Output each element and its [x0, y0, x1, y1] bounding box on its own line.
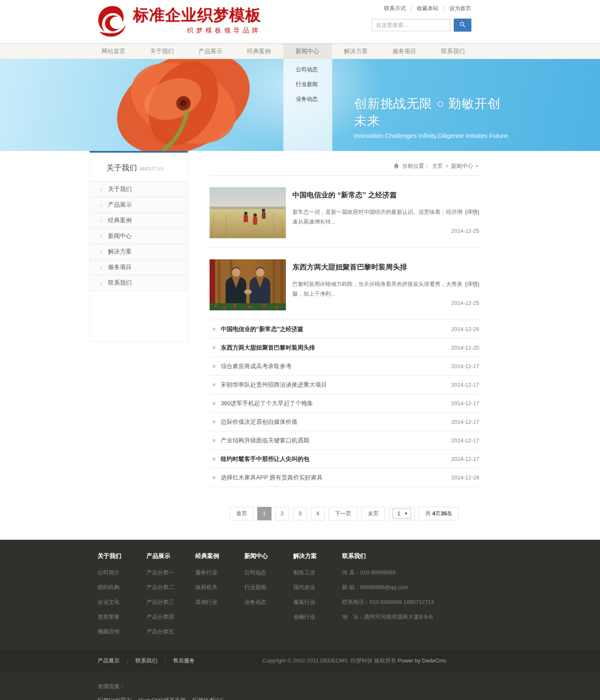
footer-link[interactable]: 产品分类三 [147, 598, 196, 606]
friend-link[interactable]: 织梦技术论坛 [192, 697, 225, 700]
footer-column-title: 联系我们 [342, 552, 511, 560]
sidebar-item[interactable]: › 新闻中心 [90, 229, 188, 244]
bullet-icon [213, 439, 215, 442]
news-link[interactable]: 宋朝华率队赴贵州招商洽谈推进重大项目 [221, 381, 327, 389]
nav-item[interactable]: 新闻中心 [283, 44, 332, 59]
sidebar-item[interactable]: › 关于我们 [90, 182, 188, 197]
nav-item[interactable]: 网站首页 [89, 44, 138, 59]
footer-link[interactable]: 产品分类一 [147, 569, 196, 576]
breadcrumb-separator: > [475, 163, 478, 169]
footer-link[interactable]: 产品分类五 [147, 628, 196, 635]
pagination-page-button[interactable]: 1 [257, 507, 271, 520]
chevron-right-icon: › [100, 248, 102, 255]
sidebar-item[interactable]: › 经典案例 [90, 213, 188, 229]
bullet-icon [213, 476, 215, 479]
footer-link[interactable]: 服务行业 [196, 569, 245, 576]
news-link[interactable]: 产业结构升级面临关键窗口机遇期 [221, 437, 309, 444]
friend-link[interactable]: DedeCMS维基手册 [138, 697, 186, 700]
nav-item[interactable]: 服务项目 [380, 44, 429, 59]
article-title[interactable]: 东西方两大甜妞聚首巴黎时装周头排 [293, 262, 479, 272]
article-thumbnail-field-photo[interactable] [210, 187, 286, 238]
banner: 公司动态行业新闻业务动态 创新挑战无限 ○ 勤敏开创未来 Innovation … [0, 59, 600, 151]
sidebar-subtitle: ABOUT US [140, 166, 164, 171]
nav-item[interactable]: 关于我们 [138, 44, 186, 59]
nav-item[interactable]: 联系我们 [429, 44, 477, 59]
pagination-next-button[interactable]: 下一页 [328, 507, 358, 520]
sidebar-item[interactable]: › 服务项目 [90, 260, 188, 275]
pagination-page-button[interactable]: 2 [275, 507, 289, 520]
news-link[interactable]: 360进军手机起了个大早赶了个晚集 [221, 400, 313, 407]
nav-item[interactable]: 产品展示 [186, 44, 235, 59]
friend-links-label: 友情连接： [89, 683, 511, 690]
footer-link[interactable]: 产品分类四 [147, 613, 196, 621]
news-link[interactable]: 选择红木家具APP 拥有货真价实好家具 [221, 474, 323, 482]
pagination-last-button[interactable]: 末页 [361, 507, 385, 520]
breadcrumb-section-link[interactable]: 新闻中心 [451, 162, 473, 170]
news-row: 纽约时髦客手中那些让人尖叫的包 2014-12-17 [210, 450, 479, 468]
nav-dropdown-menu: 公司动态行业新闻业务动态 [283, 59, 332, 151]
footer-link[interactable]: 企业文化 [98, 598, 147, 606]
pagination-page-button[interactable]: 3 [293, 507, 307, 520]
footer-column: 新闻中心 公司动态行业新闻业务动态 [245, 552, 293, 643]
footer-link[interactable]: 产品分类二 [147, 584, 196, 591]
footer-link[interactable]: 制造工业 [293, 569, 342, 576]
sidebar-item[interactable]: › 产品展示 [90, 197, 188, 213]
news-link[interactable]: 综合素质将成高考录取参考 [221, 363, 292, 370]
footer-link[interactable]: 其他行业 [196, 598, 245, 606]
article-title[interactable]: 中国电信业的 “新常态” 之经济篇 [293, 190, 479, 200]
sidebar-item[interactable]: › 联系我们 [90, 275, 188, 291]
footer-link[interactable]: 金融行业 [293, 613, 342, 621]
news-link[interactable]: 中国电信业的“新常态”之经济篇 [221, 326, 304, 333]
bullet-icon [213, 458, 215, 460]
search-input[interactable] [372, 19, 450, 31]
footer-link[interactable]: 公司动态 [245, 569, 293, 576]
article-detail-link[interactable]: [详情] [465, 279, 479, 289]
footer-bottom-link[interactable]: 产品展示 [98, 657, 120, 665]
top-link[interactable]: 设为首页 [439, 5, 471, 12]
sidebar-item[interactable]: › 解决方案 [90, 244, 188, 260]
nav-item[interactable]: 解决方案 [332, 44, 380, 59]
chevron-right-icon: › [100, 280, 102, 286]
news-row: 中国电信业的“新常态”之经济篇 2014-12-25 [210, 320, 479, 339]
breadcrumb-home-link[interactable]: 主页 [432, 162, 443, 170]
page-select[interactable]: 1 ▼ [389, 507, 415, 520]
footer-link[interactable]: 政府机关 [196, 584, 245, 591]
footer-bottom-link[interactable]: 售后服务 [157, 657, 195, 665]
logo[interactable]: 标准企业织梦模板 织梦模板领导品牌 [97, 5, 261, 38]
news-article: 中国电信业的 “新常态” 之经济篇 [详情] 新常态一词，是新一届政府对中国经济… [210, 176, 479, 248]
footer-column-title: 关于我们 [98, 552, 147, 560]
footer-link[interactable]: 视频宣传 [98, 628, 147, 635]
bullet-icon [213, 383, 215, 386]
footer-link[interactable]: 服装行业 [293, 598, 342, 606]
pagination-first-button[interactable]: 首页 [230, 507, 253, 520]
pagination-page-button[interactable]: 4 [311, 507, 325, 520]
footer-link[interactable]: 组织机构 [98, 584, 147, 591]
top-link[interactable]: 收藏本站 [406, 5, 439, 12]
footer-link[interactable]: 公司简介 [98, 569, 147, 576]
sidebar-title: 关于我们 [107, 164, 137, 172]
news-link[interactable]: 东西方两大甜妞聚首巴黎时装周头排 [221, 344, 315, 352]
footer-bottom-link[interactable]: 联系我们 [120, 657, 157, 665]
friend-link[interactable]: 织梦CMS官方 [98, 697, 132, 700]
powered-by-link[interactable]: Power by DedeCms [398, 657, 447, 664]
contact-line: 地 址：惠州市河南岸国商大厦B-6-B [342, 613, 511, 621]
footer-link[interactable]: 业务动态 [245, 598, 293, 606]
footer: 关于我们 公司简介组织机构企业文化资质荣誉视频宣传 产品展示 产品分类一产品分类… [0, 540, 600, 700]
nav-item[interactable]: 经典案例 [235, 44, 283, 59]
article-detail-link[interactable]: [详情] [465, 207, 479, 217]
bullet-icon [213, 346, 215, 349]
article-thumbnail-handshake-photo[interactable] [210, 259, 286, 310]
news-date: 2014-12-17 [451, 419, 479, 425]
top-link[interactable]: 联系方式 [384, 5, 406, 12]
news-link[interactable]: 边际价值决定原创自媒体价值 [221, 418, 298, 426]
header-right: 联系方式收藏本站设为首页 [372, 5, 471, 32]
search-button[interactable] [454, 19, 471, 32]
footer-link[interactable]: 行业新闻 [245, 584, 293, 591]
dropdown-item[interactable]: 业务动态 [283, 92, 332, 106]
dropdown-item[interactable]: 公司动态 [283, 62, 332, 77]
news-link[interactable]: 纽约时髦客手中那些让人尖叫的包 [221, 455, 309, 463]
footer-link[interactable]: 资质荣誉 [98, 613, 147, 621]
dropdown-item[interactable]: 行业新闻 [283, 77, 332, 92]
footer-link[interactable]: 现代农业 [293, 584, 342, 591]
site-header: 标准企业织梦模板 织梦模板领导品牌 联系方式收藏本站设为首页 [0, 0, 600, 43]
